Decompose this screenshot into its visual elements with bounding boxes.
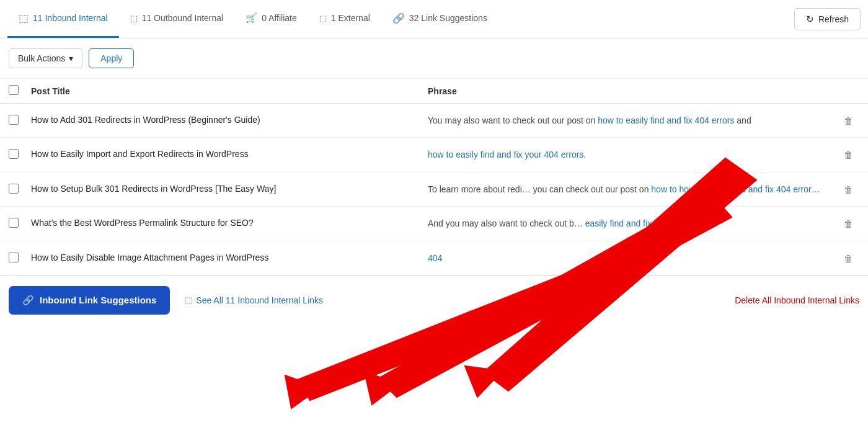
row-phrase: To learn more about redi… you can check … bbox=[428, 182, 837, 196]
see-all-inbound-internal-link[interactable]: ⬚ See All 11 Inbound Internal Links bbox=[185, 295, 323, 305]
link-icon: 🔗 bbox=[22, 295, 34, 306]
row-checkbox-cell[interactable] bbox=[9, 251, 31, 264]
delete-row-button[interactable]: 🗑 bbox=[844, 184, 853, 195]
footer: 🔗 Inbound Link Suggestions ⬚ See All 11 … bbox=[0, 275, 868, 325]
tab-bar: ⬚ 11 Inbound Internal ⬚ 11 Outbound Inte… bbox=[0, 0, 868, 38]
phrase-link[interactable]: how to how to easily find and fix 404 er… bbox=[651, 184, 811, 194]
row-post-title: How to Setup Bulk 301 Redirects in WordP… bbox=[31, 182, 428, 195]
row-post-title: How to Easily Import and Export Redirect… bbox=[31, 148, 428, 161]
inbound-link-suggestions-button[interactable]: 🔗 Inbound Link Suggestions bbox=[9, 286, 170, 315]
row-checkbox[interactable] bbox=[9, 149, 19, 159]
select-all-checkbox-cell[interactable] bbox=[9, 85, 31, 97]
row-checkbox-cell[interactable] bbox=[9, 114, 31, 127]
table-row: How to Easily Import and Export Redirect… bbox=[0, 138, 868, 172]
affiliate-icon: 🛒 bbox=[246, 12, 257, 24]
row-post-title: What's the Best WordPress Permalink Stru… bbox=[31, 217, 428, 230]
bulk-actions-button[interactable]: Bulk Actions ▾ bbox=[9, 48, 82, 68]
table-row: How to Easily Disable Image Attachment P… bbox=[0, 241, 868, 275]
phrase-link[interactable]: how to easily find and fix 404 errors bbox=[598, 115, 734, 125]
select-all-checkbox[interactable] bbox=[9, 85, 19, 95]
tab-external-label: 1 External bbox=[331, 13, 370, 23]
apply-label: Apply bbox=[100, 53, 122, 63]
external-link-icon: ⬚ bbox=[185, 295, 192, 305]
link-suggestions-icon: 🔗 bbox=[392, 12, 405, 24]
row-phrase: You may also want to check out our post … bbox=[428, 114, 837, 127]
delete-all-label: Delete All Inbound Internal Links bbox=[735, 295, 859, 305]
row-post-title: How to Add 301 Redirects in WordPress (B… bbox=[31, 114, 428, 127]
row-action-cell: 🗑 bbox=[837, 182, 859, 195]
row-checkbox-cell[interactable] bbox=[9, 182, 31, 195]
refresh-button[interactable]: ↻ Refresh bbox=[794, 8, 861, 30]
post-title-column-header: Post Title bbox=[31, 86, 428, 96]
phrase-link[interactable]: how to easily find and fix your 404 erro… bbox=[428, 150, 583, 159]
chevron-down-icon: ▾ bbox=[69, 53, 73, 63]
row-phrase: how to easily find and fix your 404 erro… bbox=[428, 148, 837, 161]
tab-affiliate[interactable]: 🛒 0 Affiliate bbox=[234, 0, 308, 38]
row-phrase: 404 bbox=[428, 251, 837, 265]
row-checkbox-cell[interactable] bbox=[9, 148, 31, 161]
row-action-cell: 🗑 bbox=[837, 217, 859, 229]
row-phrase: And you may also want to check out b… ea… bbox=[428, 217, 837, 230]
phrase-column-header: Phrase bbox=[428, 86, 837, 96]
tab-outbound-internal-label: 11 Outbound Internal bbox=[142, 13, 224, 23]
row-post-title: How to Easily Disable Image Attachment P… bbox=[31, 251, 428, 264]
table-row: How to Setup Bulk 301 Redirects in WordP… bbox=[0, 172, 868, 207]
tab-inbound-internal-label: 11 Inbound Internal bbox=[33, 13, 108, 23]
delete-all-inbound-internal-link[interactable]: Delete All Inbound Internal Links bbox=[735, 295, 859, 305]
see-all-label: See All 11 Inbound Internal Links bbox=[196, 295, 323, 305]
tab-inbound-internal[interactable]: ⬚ 11 Inbound Internal bbox=[7, 0, 119, 38]
links-table: Post Title Phrase How to Add 301 Redirec… bbox=[0, 79, 868, 275]
table-header: Post Title Phrase bbox=[0, 79, 868, 104]
phrase-link[interactable]: 404 bbox=[428, 253, 442, 263]
inbound-suggestions-label: Inbound Link Suggestions bbox=[40, 295, 156, 305]
table-row: What's the Best WordPress Permalink Stru… bbox=[0, 207, 868, 241]
bulk-actions-label: Bulk Actions bbox=[18, 53, 65, 63]
toolbar: Bulk Actions ▾ Apply bbox=[0, 38, 868, 79]
delete-row-button[interactable]: 🗑 bbox=[844, 218, 853, 229]
delete-row-button[interactable]: 🗑 bbox=[844, 253, 853, 264]
refresh-icon: ↻ bbox=[806, 14, 814, 25]
row-action-cell: 🗑 bbox=[837, 114, 859, 126]
tab-link-suggestions-label: 32 Link Suggestions bbox=[409, 13, 487, 23]
tab-affiliate-label: 0 Affiliate bbox=[262, 13, 297, 23]
row-action-cell: 🗑 bbox=[837, 148, 859, 160]
row-checkbox[interactable] bbox=[9, 218, 19, 228]
table-row: How to Add 301 Redirects in WordPress (B… bbox=[0, 104, 868, 138]
row-checkbox-cell[interactable] bbox=[9, 217, 31, 230]
phrase-link[interactable]: easily find and fix 404 errors bbox=[585, 218, 694, 228]
apply-button[interactable]: Apply bbox=[89, 48, 134, 68]
refresh-label: Refresh bbox=[818, 14, 849, 24]
external-icon: ⬚ bbox=[319, 14, 327, 23]
row-checkbox[interactable] bbox=[9, 184, 19, 194]
tab-link-suggestions[interactable]: 🔗 32 Link Suggestions bbox=[381, 0, 498, 38]
tab-outbound-internal[interactable]: ⬚ 11 Outbound Internal bbox=[119, 0, 235, 38]
tab-external[interactable]: ⬚ 1 External bbox=[308, 0, 381, 38]
row-checkbox[interactable] bbox=[9, 253, 19, 262]
row-action-cell: 🗑 bbox=[837, 251, 859, 264]
delete-row-button[interactable]: 🗑 bbox=[844, 115, 853, 126]
inbound-internal-icon: ⬚ bbox=[19, 12, 29, 25]
outbound-internal-icon: ⬚ bbox=[130, 14, 138, 23]
row-checkbox[interactable] bbox=[9, 115, 19, 125]
delete-row-button[interactable]: 🗑 bbox=[844, 150, 853, 160]
